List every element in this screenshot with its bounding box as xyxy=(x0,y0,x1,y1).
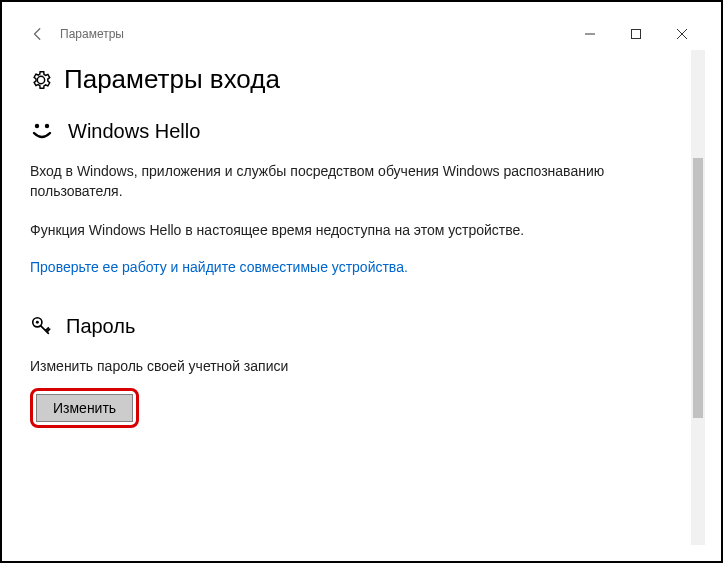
hello-unavailable-text: Функция Windows Hello в настоящее время … xyxy=(30,220,679,240)
page-title-row: Параметры входа xyxy=(30,64,679,95)
highlight-frame: Изменить xyxy=(30,388,139,428)
key-icon xyxy=(30,315,52,337)
password-description: Изменить пароль своей учетной записи xyxy=(30,356,679,376)
page-heading: Параметры входа xyxy=(64,64,280,95)
gear-icon xyxy=(30,69,52,91)
close-icon xyxy=(677,29,687,39)
vertical-scrollbar[interactable] xyxy=(691,50,705,545)
svg-point-7 xyxy=(36,321,39,324)
change-password-button[interactable]: Изменить xyxy=(36,394,133,422)
back-button[interactable] xyxy=(26,22,50,46)
minimize-button[interactable] xyxy=(567,18,613,50)
screenshot-frame: Параметры Параметры входа xyxy=(0,0,723,563)
settings-window: Параметры Параметры входа xyxy=(18,18,705,545)
scrollbar-thumb[interactable] xyxy=(693,158,703,418)
titlebar: Параметры xyxy=(18,18,705,50)
hello-section-header: Windows Hello xyxy=(30,119,679,143)
content-area: Параметры входа Windows Hello Вход в Win… xyxy=(18,50,691,545)
hello-description: Вход в Windows, приложения и службы поср… xyxy=(30,161,679,202)
close-button[interactable] xyxy=(659,18,705,50)
maximize-icon xyxy=(631,29,641,39)
smile-icon xyxy=(30,119,54,143)
hello-compat-link[interactable]: Проверьте ее работу и найдите совместимы… xyxy=(30,259,408,275)
svg-point-5 xyxy=(45,124,49,128)
password-section-title: Пароль xyxy=(66,315,135,338)
minimize-icon xyxy=(585,29,595,39)
window-controls xyxy=(567,18,705,50)
hello-section-title: Windows Hello xyxy=(68,120,200,143)
arrow-left-icon xyxy=(31,27,45,41)
window-title: Параметры xyxy=(60,27,124,41)
maximize-button[interactable] xyxy=(613,18,659,50)
password-section-header: Пароль xyxy=(30,315,679,338)
svg-rect-1 xyxy=(632,30,641,39)
svg-point-4 xyxy=(35,124,39,128)
